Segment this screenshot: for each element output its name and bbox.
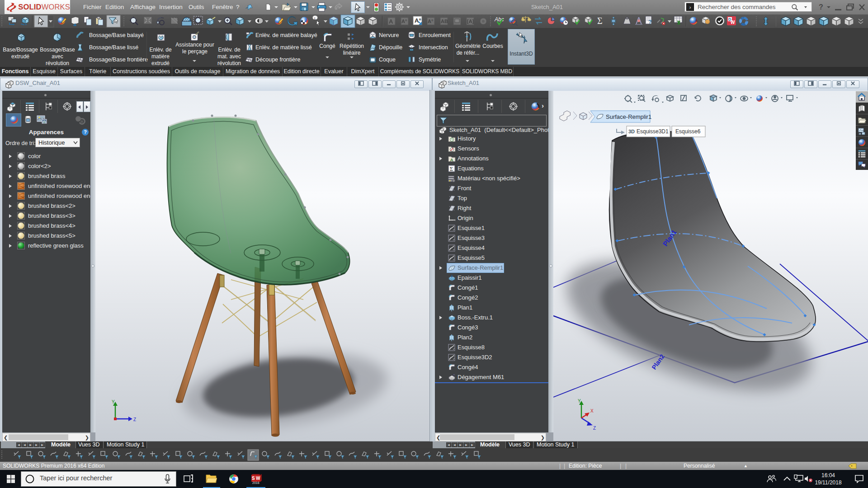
svg-text:◄: ◄	[23, 443, 26, 446]
svg-text:W: W	[731, 20, 735, 25]
svg-text:S: S	[252, 476, 255, 481]
svg-text:3D: 3D	[628, 129, 635, 134]
svg-text:A°: A°	[401, 19, 407, 24]
svg-text:Esquisse6: Esquisse6	[675, 128, 701, 135]
svg-text:A: A	[389, 18, 393, 25]
svg-text:◄: ◄	[17, 443, 20, 446]
svg-text:Y: Y	[112, 399, 115, 404]
svg-text:Σ: Σ	[597, 16, 603, 26]
svg-text:►: ►	[459, 443, 462, 446]
svg-text:X: X	[590, 408, 594, 413]
svg-text:Z: Z	[133, 417, 136, 422]
svg-text:W: W	[256, 476, 260, 481]
svg-text:A°: A°	[428, 19, 433, 24]
svg-text:A: A	[450, 157, 453, 162]
svg-text:2016: 2016	[252, 481, 259, 484]
svg-text:►: ►	[41, 443, 44, 446]
svg-text:Z: Z	[593, 426, 596, 431]
svg-text:◄: ◄	[447, 443, 450, 446]
svg-text:Y: Y	[578, 399, 581, 404]
svg-text:◄: ◄	[453, 443, 456, 446]
svg-text:Σ: Σ	[450, 166, 453, 172]
svg-text:►: ►	[471, 443, 474, 446]
svg-text:[A]: [A]	[467, 19, 474, 24]
svg-text:►: ►	[29, 443, 32, 446]
svg-text:Esquisse3D1: Esquisse3D1	[637, 128, 669, 135]
svg-text:?: ?	[648, 19, 651, 25]
svg-text:►: ►	[465, 443, 468, 446]
svg-text:►: ►	[35, 443, 38, 446]
svg-text:AB: AB	[441, 19, 448, 24]
svg-text:Surface-Remplir1: Surface-Remplir1	[606, 113, 651, 120]
